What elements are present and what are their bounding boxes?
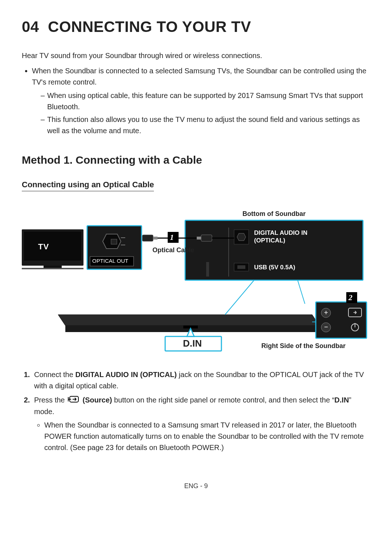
list-item: Press the (Source) button on the right s… — [32, 394, 370, 453]
source-inline-icon — [68, 395, 80, 406]
optical-out-label: OPTICAL OUT — [92, 258, 128, 264]
section-title-text: CONNECTING TO YOUR TV — [48, 18, 251, 35]
tv-label: TV — [38, 242, 49, 252]
intro-bullet-list: When the Soundbar is connected to a sele… — [22, 65, 370, 136]
zoom-pointer-line-1 — [225, 280, 254, 315]
usb-port-slot-icon — [237, 265, 245, 269]
zoom-pointer-line-2 — [298, 280, 305, 304]
cable-plug-left-icon — [142, 235, 153, 241]
usb-label: USB (5V 0.5A) — [254, 264, 295, 271]
sub-heading: Connecting using an Optical Cable — [22, 180, 154, 191]
soundbar-body-top — [58, 315, 319, 326]
right-side-panel — [316, 302, 367, 338]
step1-pre: Connect the — [34, 371, 75, 379]
step2-mid: button on the right side panel or remote… — [112, 396, 335, 404]
list-item: This function also allows you to use the… — [41, 114, 370, 136]
list-item: When the Soundbar is connected to a sele… — [32, 65, 370, 136]
right-side-label: Right Side of the Soundbar — [261, 342, 346, 350]
cable-plug-right-icon — [201, 235, 212, 241]
steps-list: Connect the DIGITAL AUDIO IN (OPTICAL) j… — [22, 369, 370, 453]
plus-label: + — [324, 309, 328, 316]
list-item: When using optical cable, this feature c… — [41, 90, 370, 113]
dash-sublist: When using optical cable, this feature c… — [32, 90, 370, 136]
section-number: 04 — [22, 18, 39, 35]
callout-1-label: 1 — [170, 233, 174, 242]
section-heading: 04 CONNECTING TO YOUR TV — [22, 18, 370, 36]
tv-optical-port-inner — [111, 239, 117, 244]
panel-foot-icon — [206, 262, 209, 277]
bullet-main-text: When the Soundbar is connected to a sele… — [32, 67, 366, 86]
step1-bold: DIGITAL AUDIO IN (OPTICAL) — [75, 371, 177, 379]
tv-screen — [24, 232, 81, 261]
step2-din-bold: D.IN — [334, 396, 349, 404]
optical-cable-label: Optical Cable — [152, 246, 194, 254]
minus-label: − — [324, 323, 328, 331]
connection-diagram: Bottom of Soundbar TV OPTICAL OUT Optica… — [22, 206, 370, 358]
callout-2-label: 2 — [348, 293, 352, 302]
list-item: When the Soundbar is connected to a Sams… — [44, 420, 370, 453]
din-label: D.IN — [183, 338, 202, 349]
cable-tip-right-icon — [197, 237, 201, 240]
cable-tip-left-icon — [153, 237, 158, 240]
intro-paragraph: Hear TV sound from your Soundbar through… — [22, 50, 370, 61]
step2-pre: Press the — [34, 396, 67, 404]
list-item: Connect the DIGITAL AUDIO IN (OPTICAL) j… — [32, 369, 370, 392]
optical-port-shape-icon — [237, 233, 246, 241]
step2-sub-bullets: When the Soundbar is connected to a Sams… — [34, 420, 370, 453]
digital-audio-in-label: DIGITAL AUDIO IN (OPTICAL) — [254, 229, 319, 245]
step2-source-bold: (Source) — [83, 396, 112, 404]
bottom-of-soundbar-label: Bottom of Soundbar — [242, 210, 306, 218]
diagram-svg — [22, 206, 370, 358]
tv-base — [22, 268, 83, 269]
tv-stand — [44, 266, 62, 268]
method-heading: Method 1. Connecting with a Cable — [22, 154, 370, 166]
page-footer: ENG - 9 — [22, 482, 370, 490]
